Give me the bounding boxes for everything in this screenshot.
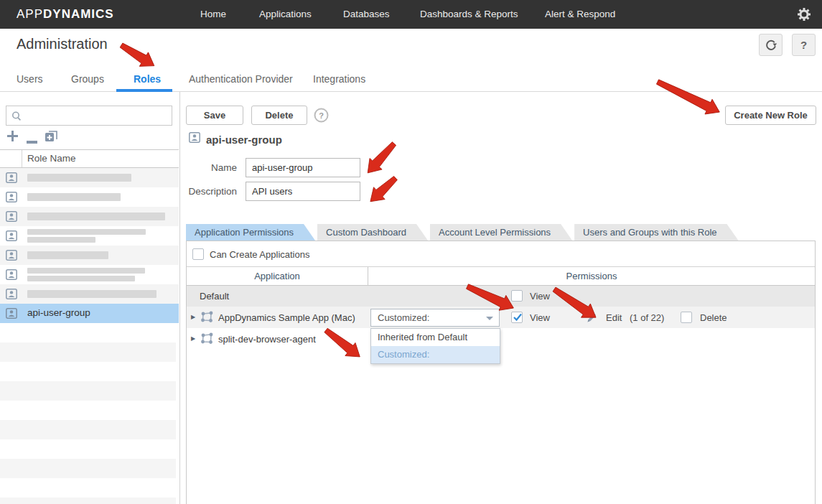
settings-gear-icon[interactable] [796,6,812,22]
application-name: split-dev-browser-agent [218,334,316,345]
can-create-applications-checkbox[interactable] [192,248,204,260]
refresh-icon [764,38,778,52]
logo-dynamics: DYNAMICS [43,7,114,21]
application-name: Default [200,291,229,302]
role-help-icon[interactable]: ? [314,108,329,126]
duplicate-role-icon[interactable] [45,129,58,146]
role-list-item-redacted[interactable] [0,226,179,246]
tab-groups[interactable]: Groups [71,73,104,85]
save-button[interactable]: Save [186,106,243,125]
role-list-item-redacted[interactable] [0,187,179,207]
delete-checkbox-sample-app[interactable] [681,312,692,323]
column-divider [22,150,22,167]
role-badge-icon [6,172,17,186]
role-badge-icon [6,192,17,205]
role-search-input[interactable] [25,107,169,124]
role-badge-icon [6,269,17,283]
tab-application-permissions[interactable]: Application Permissions [186,224,315,241]
sidebar-divider [179,92,180,504]
view-label: View [530,312,550,323]
name-label: Name [165,162,237,173]
grid-row-split-dev[interactable]: ▶ split-dev-browser-agent [187,328,815,349]
application-topology-icon [200,311,214,325]
can-create-applications-label: Can Create Applications [210,249,309,260]
dropdown-value: Customized: [378,312,429,323]
top-nav-bar: APPDYNAMICS Home Applications Databases … [0,0,822,29]
tab-roles[interactable]: Roles [134,73,161,85]
view-label: View [530,291,550,302]
page-title: Administration [17,36,108,52]
search-icon [11,111,22,122]
delete-button[interactable]: Delete [251,106,307,125]
create-new-role-button[interactable]: Create New Role [725,106,816,125]
grid-row-sample-app[interactable]: ▶ AppDynamics Sample App (Mac) Customize… [187,307,815,328]
role-list-item-redacted[interactable] [0,265,179,284]
delete-label: Delete [700,312,727,323]
annotation-arrow-name-field [362,138,401,178]
view-checkbox-sample-app[interactable] [511,312,523,323]
role-heading: api-user-group [206,134,282,146]
permissions-tabstrip: Application Permissions Custom Dashboard… [186,224,741,241]
refresh-button[interactable] [759,34,783,56]
role-list-item-redacted[interactable] [0,246,179,265]
role-badge-icon [6,230,17,244]
nav-home[interactable]: Home [200,9,226,19]
remove-role-icon[interactable] [26,134,38,147]
svg-text:?: ? [319,111,324,120]
nav-alert-respond[interactable]: Alert & Respond [545,9,615,19]
role-badge-icon [6,211,17,225]
appdynamics-logo[interactable]: APPDYNAMICS [17,7,114,22]
tab-users-groups-with-role[interactable]: Users and Groups with this Role [574,224,738,241]
tab-users[interactable]: Users [17,73,43,85]
description-field[interactable] [246,182,360,201]
expand-row-icon[interactable]: ▶ [191,314,195,320]
role-list-item-redacted[interactable] [0,207,179,226]
role-badge-icon [6,289,17,302]
role-list-header: Role Name [0,149,179,168]
grid-row-default[interactable]: Default View [187,286,815,307]
nav-applications[interactable]: Applications [259,9,312,19]
active-tab-underline [116,89,172,92]
application-topology-icon [200,332,214,347]
edit-count: (1 of 22) [630,312,664,323]
edit-pencil-icon[interactable] [586,312,597,325]
app-window: APPDYNAMICS Home Applications Databases … [0,0,822,504]
admin-tabstrip: Users Groups Roles Authentication Provid… [0,63,822,92]
nav-databases[interactable]: Databases [343,9,390,19]
tab-account-level-permissions[interactable]: Account Level Permissions [430,224,572,241]
chevron-down-icon [486,317,493,320]
role-search-box [6,106,172,126]
tab-integrations[interactable]: Integrations [313,73,365,85]
selected-role-name: api-user-group [27,307,90,318]
tab-authentication-provider[interactable]: Authentication Provider [189,73,293,85]
application-name: AppDynamics Sample App (Mac) [218,312,355,323]
logo-app: APP [17,7,43,21]
menu-item-customized[interactable]: Customized: [371,346,500,363]
name-field[interactable] [246,158,360,177]
role-list-item-redacted[interactable] [0,284,179,304]
permissions-column-header: Permissions [368,267,815,285]
check-icon [513,312,523,322]
annotation-arrow-description-field [365,172,401,208]
can-create-applications-row: Can Create Applications [187,241,815,267]
role-heading-badge-icon [189,132,200,146]
role-badge-icon [6,250,17,263]
tab-custom-dashboard[interactable]: Custom Dashboard [317,224,428,241]
permission-mode-dropdown[interactable]: Customized: [370,309,500,327]
role-list-item-redacted[interactable] [0,168,179,187]
description-label: Description [165,186,237,197]
permissions-grid-header: Application Permissions [187,267,815,286]
help-button[interactable]: ? [792,34,816,56]
permissions-panel: Can Create Applications Application Perm… [186,241,816,504]
add-role-icon[interactable] [6,130,19,145]
nav-dashboards-reports[interactable]: Dashboards & Reports [420,9,518,19]
application-column-header: Application [187,267,368,285]
empty-list-stripes [0,323,176,504]
role-name-column-header: Role Name [27,150,76,167]
edit-label[interactable]: Edit [606,312,622,323]
permission-mode-menu: Inherited from Default Customized: [370,328,500,364]
expand-row-icon[interactable]: ▶ [191,335,195,342]
view-checkbox-default[interactable] [511,290,523,302]
menu-item-inherited[interactable]: Inherited from Default [371,329,500,346]
role-list-item-api-user-group[interactable]: api-user-group [0,304,179,323]
